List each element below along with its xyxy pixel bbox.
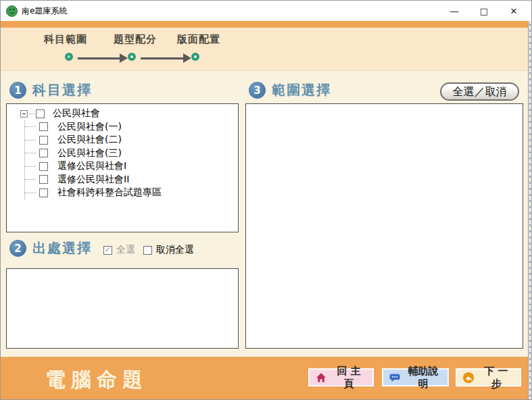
accent-strip <box>1 21 531 28</box>
select-all-label: 全選 <box>116 244 135 256</box>
section-number-badge: 1 <box>9 82 26 99</box>
tree-item-label[interactable]: 公民與社會(三) <box>57 147 122 159</box>
arrow-right-icon <box>183 53 191 63</box>
tree-item-checkbox[interactable] <box>39 136 48 145</box>
tree-item-label[interactable]: 公民與社會(一) <box>57 121 122 133</box>
tree-item-checkbox[interactable] <box>39 189 48 197</box>
app-icon <box>6 5 18 17</box>
section-title-source: 出處選擇 <box>32 239 92 257</box>
section-number-badge: 3 <box>249 82 266 99</box>
minimize-button[interactable]: — <box>439 1 469 21</box>
tree-item-checkbox[interactable] <box>39 175 48 184</box>
tree-item-checkbox[interactable] <box>39 162 48 171</box>
tree-item-label[interactable]: 社會科跨科整合試題專區 <box>57 186 162 199</box>
tree-item-label[interactable]: 選修公民與社會I <box>57 160 126 172</box>
tree-item-checkbox[interactable] <box>39 122 48 131</box>
home-button-label: 回 主 頁 <box>331 365 366 391</box>
step-circle-active <box>65 53 73 61</box>
tree-root-checkbox[interactable] <box>36 109 45 118</box>
tree-item: 公民與社會(三) <box>25 147 238 160</box>
app-window: 南e題庫系統 — □ ✕ 科目範圍 題型配分 版面配置 1 科目選擇 公 <box>0 0 532 400</box>
section-title-range: 範圍選擇 <box>272 81 331 99</box>
next-step-button[interactable]: 下 一 步 <box>456 368 521 386</box>
step-connector <box>141 57 183 59</box>
window-title: 南e題庫系統 <box>22 5 67 17</box>
select-all-checkbox[interactable] <box>103 246 112 255</box>
tree-item: 公民與社會(一) <box>25 120 238 134</box>
tree-root-row: 公民與社會 <box>7 107 238 120</box>
next-arrow-icon <box>463 372 474 383</box>
tree-item: 公民與社會(二) <box>25 134 238 147</box>
next-button-label: 下 一 步 <box>479 365 514 391</box>
subject-tree: 公民與社會 公民與社會(一) 公民與社會(二) 公民與社會(三) 選修公民與社 <box>7 104 238 199</box>
deselect-all-checkbox[interactable] <box>143 246 152 255</box>
tree-item: 選修公民與社會II <box>25 173 238 186</box>
step-label-question-allocation: 題型配分 <box>114 33 157 46</box>
close-button[interactable]: ✕ <box>499 1 529 21</box>
step-label-layout: 版面配置 <box>177 33 220 46</box>
step-label-subject-range: 科目範圍 <box>44 33 87 46</box>
tree-children: 公民與社會(一) 公民與社會(二) 公民與社會(三) 選修公民與社會I 選修公民… <box>24 120 238 199</box>
tree-item: 選修公民與社會I <box>25 160 238 174</box>
range-list-panel[interactable] <box>245 103 523 349</box>
footer-bar: 電腦命題 回 主 頁 輔助說明 下 一 步 <box>1 357 531 400</box>
step-connector <box>78 57 120 59</box>
deselect-all-label: 取消全選 <box>156 244 194 256</box>
select-all-option[interactable]: 全選 <box>103 244 135 256</box>
tree-root-label[interactable]: 公民與社會 <box>53 107 100 120</box>
section-number-badge: 2 <box>9 240 26 257</box>
home-icon <box>316 372 327 383</box>
title-bar: 南e題庫系統 — □ ✕ <box>1 1 531 21</box>
subject-tree-panel: 公民與社會 公民與社會(一) 公民與社會(二) 公民與社會(三) 選修公民與社 <box>6 103 239 232</box>
tree-item-checkbox[interactable] <box>39 149 48 157</box>
tree-collapse-icon[interactable] <box>20 110 28 118</box>
footer-title: 電腦命題 <box>45 366 148 394</box>
arrow-right-icon <box>120 53 128 63</box>
background-window-edge <box>528 21 531 400</box>
tree-connector <box>29 114 34 114</box>
deselect-all-option[interactable]: 取消全選 <box>143 244 194 256</box>
tree-item-label[interactable]: 公民與社會(二) <box>57 134 122 146</box>
wizard-steps: 科目範圍 題型配分 版面配置 <box>1 28 531 71</box>
section-header-range: 3 範圍選擇 <box>249 81 331 99</box>
home-button[interactable]: 回 主 頁 <box>308 368 374 386</box>
section-header-subject: 1 科目選擇 <box>9 81 92 99</box>
source-list-panel[interactable] <box>6 268 239 349</box>
section-title-subject: 科目選擇 <box>32 81 92 99</box>
step-circle <box>128 53 136 61</box>
maximize-button[interactable]: □ <box>469 1 499 21</box>
section-header-source: 2 出處選擇 <box>9 239 92 257</box>
tree-item: 社會科跨科整合試題專區 <box>25 186 238 200</box>
source-check-options: 全選 取消全選 <box>103 244 194 256</box>
step-circle <box>191 53 199 61</box>
help-button-label: 輔助說明 <box>405 365 441 391</box>
window-controls: — □ ✕ <box>439 1 529 21</box>
tree-item-label[interactable]: 選修公民與社會II <box>57 174 129 186</box>
help-button[interactable]: 輔助說明 <box>382 368 449 386</box>
select-all-toggle-button[interactable]: 全選／取消 <box>440 82 519 101</box>
speech-bubble-icon <box>389 372 400 383</box>
